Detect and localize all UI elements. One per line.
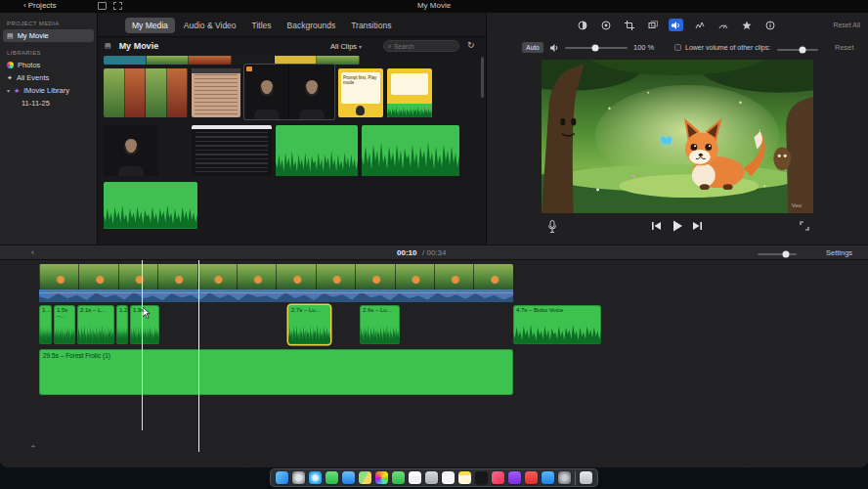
reset-button[interactable]: Reset <box>835 43 854 52</box>
sidebar-item-imovie-library[interactable]: ▾ ★ iMovie Library <box>0 84 97 97</box>
color-balance-icon[interactable] <box>575 19 589 31</box>
audio-clip-3[interactable]: 2.1s – L... <box>77 305 114 344</box>
tab-backgrounds[interactable]: Backgrounds <box>281 18 343 33</box>
dock-icon-music[interactable] <box>492 471 504 484</box>
media-thumbnail-webcam-selected[interactable] <box>244 65 334 119</box>
auto-volume-button[interactable]: Auto <box>522 42 543 53</box>
volume-percent: 100 % <box>633 43 654 52</box>
search-box[interactable]: ⌕ <box>383 40 459 52</box>
collapse-chevron-icon[interactable]: ‹ <box>31 247 34 257</box>
dock-icon-maps[interactable] <box>359 471 371 484</box>
media-thumbnail-forest-clip[interactable] <box>104 68 188 117</box>
tab-audio-video[interactable]: Audio & Video <box>177 18 243 33</box>
audio-clip-5[interactable]: 1.9s... <box>130 305 159 344</box>
dock-icon-safari[interactable] <box>309 471 322 484</box>
reset-all-button[interactable]: Reset All <box>833 22 860 28</box>
lower-volume-knob[interactable] <box>800 47 806 54</box>
dock-icon-trash[interactable] <box>580 471 592 484</box>
clip-size-knob[interactable] <box>782 251 789 258</box>
audio-clip-2[interactable]: 1.5s –... <box>54 305 75 344</box>
tab-my-media[interactable]: My Media <box>125 18 175 33</box>
media-thumbnail-strip[interactable] <box>104 56 360 65</box>
volume-line[interactable] <box>39 292 513 293</box>
sidebar-item-event-11-11-25[interactable]: 11-11-25 <box>0 97 97 110</box>
body <box>118 166 144 176</box>
sidebar: PROJECT MEDIA ▤ My Movie LIBRARIES Photo… <box>0 13 98 244</box>
dock-icon-settings[interactable] <box>558 471 571 484</box>
thumbnail-frames <box>104 56 360 65</box>
voiceover-mic-icon[interactable] <box>547 220 557 234</box>
dock-icon-calendar[interactable] <box>409 471 421 484</box>
dock-icon-contacts[interactable] <box>425 471 438 484</box>
clip-size-slider[interactable] <box>758 253 797 255</box>
dock-icon-launchpad[interactable] <box>292 471 305 484</box>
video-clip-filmstrip[interactable] <box>39 264 513 289</box>
viewer[interactable]: Veo <box>542 60 813 213</box>
dock-icon-messages[interactable] <box>326 471 338 484</box>
tab-titles[interactable]: Titles <box>245 18 279 33</box>
media-thumbnail-slide[interactable]: Prompt first, Play mode <box>338 68 383 117</box>
dock-icon-finder[interactable] <box>276 471 288 484</box>
audio-clip-1[interactable]: 1... <box>39 305 52 344</box>
sidebar-item-photos[interactable]: Photos <box>0 59 97 71</box>
doc-text-lines <box>195 74 238 114</box>
dock-icon-photos[interactable] <box>375 471 388 484</box>
clip-appearance-icon[interactable]: ▤ <box>105 42 111 50</box>
media-thumbnail-document[interactable] <box>192 68 240 117</box>
color-correction-icon[interactable] <box>598 19 613 31</box>
sidebar-item-label: Photos <box>18 61 40 69</box>
skimmer-line[interactable] <box>142 260 143 430</box>
dock-icon-podcasts[interactable] <box>508 471 521 484</box>
next-icon[interactable] <box>692 221 703 231</box>
lower-volume-slider[interactable] <box>777 49 818 51</box>
photos-icon <box>7 62 14 68</box>
dock-icon-appstore[interactable] <box>542 471 554 484</box>
media-thumbnail-audio-1[interactable] <box>276 125 358 176</box>
dock-icon-mail[interactable] <box>342 471 355 484</box>
noise-reduction-icon[interactable] <box>692 19 707 31</box>
code-lines <box>195 132 268 172</box>
audio-clip-8-bobo-voice[interactable]: 4.7s – Bobo Voice <box>513 305 601 344</box>
audio-clip-6-selected[interactable]: 2.7s – Lu... <box>288 305 330 344</box>
refresh-cycle-icon[interactable]: ↻ <box>467 40 475 50</box>
sidebar-item-my-movie[interactable]: ▤ My Movie <box>3 29 94 42</box>
thumbnail-frames <box>104 68 188 117</box>
sidebar-item-all-events[interactable]: ✦ All Events <box>0 71 97 84</box>
media-thumbnail-audio-3[interactable] <box>104 182 197 229</box>
dock-icon-news[interactable] <box>525 471 538 484</box>
play-icon[interactable] <box>673 220 682 232</box>
sidebar-item-label: 11-11-25 <box>22 99 50 108</box>
tab-transitions[interactable]: Transitions <box>344 18 398 33</box>
video-clip-audio[interactable] <box>39 289 513 302</box>
timeline-settings-button[interactable]: Settings <box>826 248 852 257</box>
window-title: My Movie <box>0 1 868 10</box>
timeline-corner-icon[interactable]: ⌃ <box>29 444 37 454</box>
dock-icon-tv[interactable] <box>475 471 488 484</box>
clip-filter-dropdown[interactable]: All Clips ▾ <box>330 42 362 51</box>
dock-icon-notes[interactable] <box>458 471 471 484</box>
playhead-line[interactable] <box>198 260 199 452</box>
media-thumbnail-audio-2[interactable] <box>362 125 459 176</box>
volume-slider-knob[interactable] <box>591 45 598 52</box>
media-thumbnail-screen-recording[interactable] <box>192 125 272 176</box>
browser-scrollbar[interactable] <box>481 57 484 98</box>
previous-icon[interactable] <box>651 221 662 231</box>
inspector-panel: Reset All Auto 100 % Lower volume of oth… <box>486 13 868 244</box>
volume-slider[interactable] <box>565 47 628 49</box>
clip-effects-icon[interactable] <box>739 19 754 31</box>
media-thumbnail-webcam[interactable] <box>104 125 158 176</box>
dock-icon-reminders[interactable] <box>442 471 455 484</box>
music-clip-forest-frolic[interactable]: 29.5s – Forest Frolic (1) <box>39 349 513 395</box>
dock-icon-facetime[interactable] <box>392 471 405 484</box>
search-input[interactable] <box>394 43 453 50</box>
speed-icon[interactable] <box>716 19 730 31</box>
audio-clip-7[interactable]: 2.6s – Lu... <box>360 305 400 344</box>
lower-volume-checkbox[interactable] <box>674 44 681 51</box>
media-thumbnail-slide-audio[interactable] <box>387 68 432 117</box>
stabilization-icon[interactable] <box>645 19 660 31</box>
audio-clip-4[interactable]: 1.2... <box>116 305 128 344</box>
info-icon[interactable] <box>762 19 777 31</box>
volume-icon[interactable] <box>669 19 683 31</box>
fullscreen-icon[interactable] <box>800 221 809 231</box>
crop-icon[interactable] <box>622 19 636 31</box>
